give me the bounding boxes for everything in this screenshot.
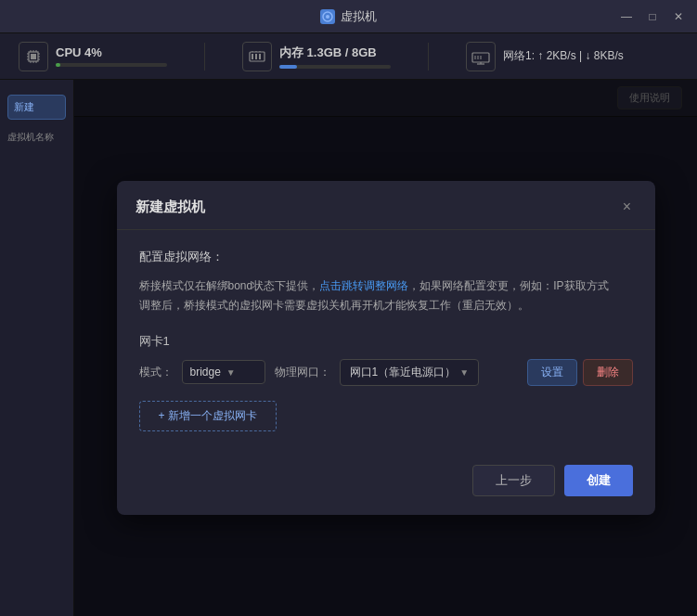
maximize-button[interactable]: □ — [645, 10, 660, 23]
phys-label: 物理网口： — [275, 365, 330, 380]
cpu-status: CPU 4% — [19, 42, 167, 71]
memory-progress-fill — [279, 65, 297, 69]
divider-1 — [204, 43, 205, 71]
mode-select[interactable]: bridge ▼ — [182, 360, 265, 384]
info-text-3: 调整后，桥接模式的虚拟网卡需要虚拟关机再开机才能恢复工作（重启无效）。 — [139, 299, 529, 312]
dialog-header: 新建虚拟机 × — [117, 181, 655, 230]
nic-delete-button[interactable]: 删除 — [583, 359, 633, 386]
nic-action-btns: 设置 删除 — [527, 359, 633, 386]
prev-button[interactable]: 上一步 — [472, 465, 555, 496]
cpu-label: CPU 4% — [56, 45, 167, 59]
dialog-close-button[interactable]: × — [618, 198, 637, 216]
mode-select-arrow: ▼ — [226, 367, 236, 378]
network-status: 网络1: ↑ 2KB/s | ↓ 8KB/s — [466, 42, 624, 71]
memory-status: 内存 1.3GB / 8GB — [242, 42, 391, 71]
section-title: 配置虚拟网络： — [139, 249, 633, 265]
port-select-arrow: ▼ — [459, 367, 469, 378]
mode-value: bridge — [190, 366, 221, 379]
window-controls: — □ ✕ — [619, 10, 686, 23]
sidebar: 新建 虚拟机名称 — [0, 80, 74, 616]
svg-rect-3 — [31, 54, 36, 59]
network-icon-box — [466, 42, 496, 71]
app-icon — [320, 9, 335, 24]
add-nic-button[interactable]: + 新增一个虚拟网卡 — [139, 401, 277, 431]
main-area: 新建 虚拟机名称 使用说明 新建虚拟机 × 配置虚拟网络： 桥接模式仅在解绑bo… — [0, 80, 697, 616]
svg-point-1 — [326, 15, 329, 19]
close-button[interactable]: ✕ — [671, 10, 686, 23]
nic-section: 网卡1 模式： bridge ▼ 物理网口： 网口1（靠近电源口） ▼ — [139, 333, 633, 386]
title-bar-content: 虚拟机 — [320, 8, 377, 25]
title-bar: 虚拟机 — □ ✕ — [0, 0, 697, 33]
create-button[interactable]: 创建 — [564, 465, 633, 496]
modal-overlay: 新建虚拟机 × 配置虚拟网络： 桥接模式仅在解绑bond状态下提供，点击跳转调整… — [74, 80, 697, 616]
info-text: 桥接模式仅在解绑bond状态下提供，点击跳转调整网络，如果网络配置变更，例如：I… — [139, 276, 633, 314]
svg-rect-17 — [252, 54, 253, 59]
info-text-2: ，如果网络配置变更，例如：IP获取方式 — [408, 279, 608, 292]
memory-label-area: 内存 1.3GB / 8GB — [279, 45, 391, 69]
mode-label: 模式： — [139, 365, 173, 380]
new-vm-button[interactable]: 新建 — [7, 95, 66, 120]
port-value: 网口1（靠近电源口） — [350, 365, 457, 380]
cpu-label-area: CPU 4% — [56, 45, 167, 67]
dialog-title: 新建虚拟机 — [136, 199, 205, 216]
content-area: 使用说明 新建虚拟机 × 配置虚拟网络： 桥接模式仅在解绑bond状态下提供，点… — [74, 80, 697, 616]
info-text-1: 桥接模式仅在解绑bond状态下提供， — [139, 279, 320, 292]
dialog-body: 配置虚拟网络： 桥接模式仅在解绑bond状态下提供，点击跳转调整网络，如果网络配… — [117, 230, 655, 450]
nic-label: 网卡1 — [139, 333, 633, 350]
memory-icon-box — [242, 42, 272, 71]
divider-2 — [428, 43, 429, 71]
create-vm-dialog: 新建虚拟机 × 配置虚拟网络： 桥接模式仅在解绑bond状态下提供，点击跳转调整… — [117, 181, 655, 515]
minimize-button[interactable]: — — [619, 10, 634, 23]
dialog-footer: 上一步 创建 — [117, 450, 655, 515]
status-bar: CPU 4% 内存 1.3GB / 8GB — [0, 33, 697, 80]
cpu-icon-box — [19, 42, 48, 71]
port-select[interactable]: 网口1（靠近电源口） ▼ — [340, 359, 480, 386]
network-label: 网络1: ↑ 2KB/s | ↓ 8KB/s — [503, 48, 624, 64]
nic-settings-button[interactable]: 设置 — [527, 359, 577, 386]
cpu-progress-fill — [56, 63, 60, 67]
nic-row: 模式： bridge ▼ 物理网口： 网口1（靠近电源口） ▼ — [139, 359, 633, 386]
svg-rect-19 — [259, 54, 261, 59]
window-title: 虚拟机 — [341, 8, 377, 25]
memory-progress-bg — [279, 65, 391, 69]
svg-rect-18 — [255, 54, 257, 59]
network-adjust-link[interactable]: 点击跳转调整网络 — [319, 279, 408, 292]
memory-label: 内存 1.3GB / 8GB — [279, 45, 391, 61]
vm-list-label: 虚拟机名称 — [0, 125, 73, 147]
cpu-progress-bg — [56, 63, 167, 67]
